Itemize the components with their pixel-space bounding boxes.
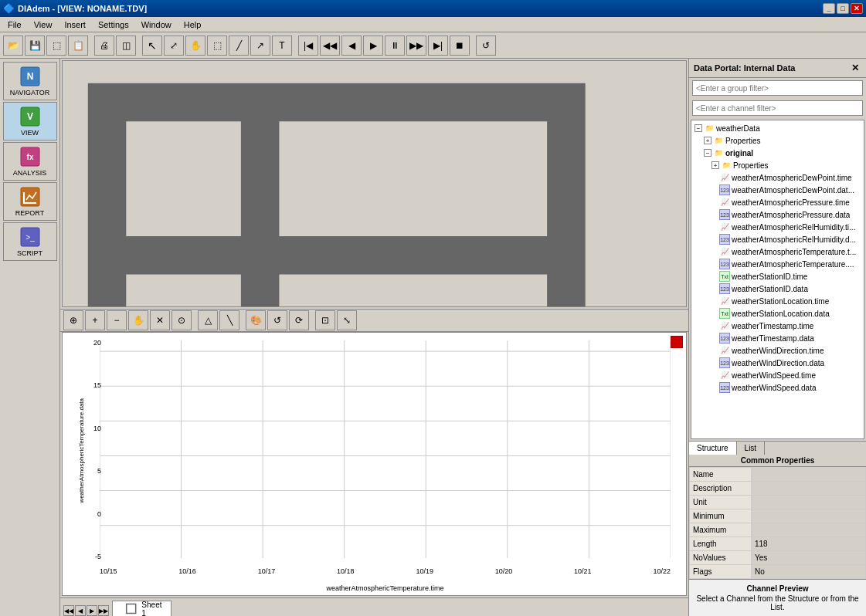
menu-insert[interactable]: Insert bbox=[58, 19, 92, 31]
menu-window[interactable]: Window bbox=[135, 19, 178, 31]
chart-tool-color[interactable]: 🎨 bbox=[246, 310, 266, 330]
toolbar-btn-stop[interactable]: ⏹ bbox=[450, 36, 470, 56]
chart-indicator[interactable] bbox=[671, 336, 683, 348]
tree-node[interactable]: 📈 weatherAtmosphericDewPoint.time bbox=[693, 171, 862, 184]
chart-tool-pan[interactable]: ✋ bbox=[128, 310, 148, 330]
group-filter-input[interactable] bbox=[692, 80, 863, 96]
panel-tab-list[interactable]: List bbox=[737, 442, 766, 455]
chart-tool-3[interactable]: − bbox=[107, 310, 127, 330]
tree-expand[interactable]: + bbox=[711, 161, 719, 169]
tree-expand[interactable]: − bbox=[704, 149, 711, 157]
toolbar-btn-end[interactable]: ▶| bbox=[428, 36, 448, 56]
tree-node[interactable]: − 📁 original bbox=[693, 147, 862, 159]
tree-node[interactable]: 📈 weatherAtmosphericTemperature.t... bbox=[693, 245, 862, 258]
tree-node[interactable]: 📈 weatherAtmosphericRelHumidity.ti... bbox=[693, 221, 862, 233]
tree-node[interactable]: + 📁 Properties bbox=[693, 159, 862, 171]
channel-filter-input[interactable] bbox=[692, 100, 863, 116]
navigator-icon: N bbox=[19, 66, 41, 87]
prop-value bbox=[752, 509, 866, 523]
tab-sheet1[interactable]: Sheet 1 bbox=[112, 601, 172, 616]
tree-node[interactable]: 📈 weatherAtmosphericPressure.time bbox=[693, 196, 862, 208]
toolbar-btn-prev[interactable]: ◀◀ bbox=[320, 36, 340, 56]
chart-tool-line[interactable]: ╲ bbox=[219, 310, 239, 330]
tree-node[interactable]: 123 weatherAtmosphericPressure.data bbox=[693, 208, 862, 221]
sidebar-item-analysis[interactable]: fx ANALYSIS bbox=[3, 142, 57, 181]
toolbar-btn-text[interactable]: T bbox=[272, 36, 292, 56]
chart-tool-1[interactable]: ⊕ bbox=[63, 310, 83, 330]
tree-node[interactable]: 123 weatherStationID.data bbox=[693, 283, 862, 295]
tree-node[interactable]: 123 weatherAtmosphericTemperature.... bbox=[693, 258, 862, 270]
sidebar-item-view[interactable]: V VIEW bbox=[3, 102, 57, 140]
toolbar-btn-fwd[interactable]: ▶ bbox=[363, 36, 383, 56]
app-logo: 🔷 bbox=[3, 3, 15, 14]
sidebar-item-script[interactable]: >_ SCRIPT bbox=[3, 222, 57, 261]
toolbar-btn-cursor[interactable]: ↖ bbox=[142, 36, 162, 56]
property-row: Flags No bbox=[690, 565, 866, 579]
chart-tool-5[interactable]: ⊙ bbox=[172, 310, 192, 330]
maximize-button[interactable]: □ bbox=[837, 3, 849, 14]
chart-tool-refresh2[interactable]: ⟳ bbox=[289, 310, 309, 330]
tree-node[interactable]: 📈 weatherWindDirection.time bbox=[693, 344, 862, 357]
tab-nav-first[interactable]: ◀◀ bbox=[63, 605, 74, 616]
toolbar-btn-zoom[interactable]: ⤢ bbox=[164, 36, 184, 56]
toolbar-btn-arrow[interactable]: ↗ bbox=[250, 36, 270, 56]
group-filter-row bbox=[689, 78, 866, 98]
tree-node[interactable]: 📈 weatherStationLocation.time bbox=[693, 295, 862, 307]
menu-settings[interactable]: Settings bbox=[92, 19, 135, 31]
tree-node[interactable]: 📈 weatherWindSpeed.time bbox=[693, 369, 862, 381]
toolbar-btn-play-start[interactable]: |◀ bbox=[298, 36, 318, 56]
tab-nav-prev[interactable]: ◀ bbox=[75, 605, 86, 616]
tree-root[interactable]: − 📁 weatherData bbox=[693, 122, 862, 134]
sidebar-item-navigator[interactable]: N NAVIGATOR bbox=[3, 62, 57, 100]
tree-node[interactable]: 123 weatherTimestamp.data bbox=[693, 332, 862, 344]
tree-node[interactable]: 123 weatherAtmosphericRelHumidity.d... bbox=[693, 233, 862, 245]
menu-view[interactable]: View bbox=[28, 19, 59, 31]
chart-tool-2[interactable]: + bbox=[85, 310, 105, 330]
toolbar-btn-6[interactable]: ◫ bbox=[116, 36, 136, 56]
sidebar-item-report[interactable]: REPORT bbox=[3, 182, 57, 221]
toolbar-btn-1[interactable]: 📂 bbox=[3, 36, 23, 56]
tree-label: weatherAtmosphericDewPoint.dat... bbox=[732, 186, 854, 195]
tree-node[interactable]: 123 weatherWindDirection.data bbox=[693, 357, 862, 369]
chart-tool-shape[interactable]: △ bbox=[198, 310, 218, 330]
toolbar-btn-2[interactable]: 💾 bbox=[25, 36, 45, 56]
x-label-container: weatherAtmosphericTemperature.time bbox=[100, 583, 671, 592]
minimize-button[interactable]: _ bbox=[823, 3, 835, 14]
tree-expand-root[interactable]: − bbox=[694, 124, 702, 132]
tree-label: Properties bbox=[733, 161, 769, 170]
tree-node[interactable]: + 📁 Properties bbox=[693, 134, 862, 147]
toolbar-btn-next[interactable]: ▶▶ bbox=[406, 36, 426, 56]
menu-help[interactable]: Help bbox=[178, 19, 208, 31]
tree-node[interactable]: 📈 weatherTimestamp.time bbox=[693, 320, 862, 332]
tree-label: weatherWindDirection.data bbox=[732, 359, 824, 367]
tree-node[interactable]: 123 weatherWindSpeed.data bbox=[693, 381, 862, 394]
chart-tool-extra1[interactable]: ⊡ bbox=[315, 310, 335, 330]
tab-nav-last[interactable]: ▶▶ bbox=[98, 605, 109, 616]
folder-icon: 📁 bbox=[721, 160, 732, 171]
chart-tool-refresh[interactable]: ↺ bbox=[267, 310, 287, 330]
panel-tab-structure[interactable]: Structure bbox=[689, 442, 737, 455]
tree-node[interactable]: Txt weatherStationID.time bbox=[693, 270, 862, 283]
toolbar-btn-3[interactable]: ⬚ bbox=[46, 36, 66, 56]
toolbar-btn-5[interactable]: 🖨 bbox=[94, 36, 114, 56]
toolbar-btn-select[interactable]: ⬚ bbox=[207, 36, 227, 56]
tree-expand[interactable]: + bbox=[704, 137, 711, 144]
data-portal-close[interactable]: ✕ bbox=[849, 62, 861, 74]
x-tick-1017: 10/17 bbox=[258, 567, 276, 580]
tree-node[interactable]: Txt weatherStationLocation.data bbox=[693, 307, 862, 320]
tab-nav-next[interactable]: ▶ bbox=[87, 605, 97, 616]
toolbar-btn-refresh[interactable]: ↺ bbox=[476, 36, 496, 56]
menu-file[interactable]: File bbox=[2, 19, 28, 31]
chart-tool-extra2[interactable]: ⤡ bbox=[337, 310, 357, 330]
toolbar-btn-pan[interactable]: ✋ bbox=[185, 36, 205, 56]
close-button[interactable]: ✕ bbox=[851, 3, 863, 14]
toolbar-btn-4[interactable]: 📋 bbox=[68, 36, 88, 56]
chart-tool-delete[interactable]: ✕ bbox=[150, 310, 170, 330]
tree-node[interactable]: 123 weatherAtmosphericDewPoint.dat... bbox=[693, 184, 862, 196]
toolbar-btn-line[interactable]: ╱ bbox=[229, 36, 249, 56]
toolbar-btn-back[interactable]: ◀ bbox=[341, 36, 362, 56]
main-layout: N NAVIGATOR V VIEW fx ANALYSIS REPORT >_ bbox=[0, 59, 866, 616]
channel-numeric-icon: 123 bbox=[719, 283, 730, 294]
toolbar-btn-pause[interactable]: ⏸ bbox=[385, 36, 405, 56]
center-content: Selected Channels Name weatherAtmosph...… bbox=[60, 59, 688, 616]
